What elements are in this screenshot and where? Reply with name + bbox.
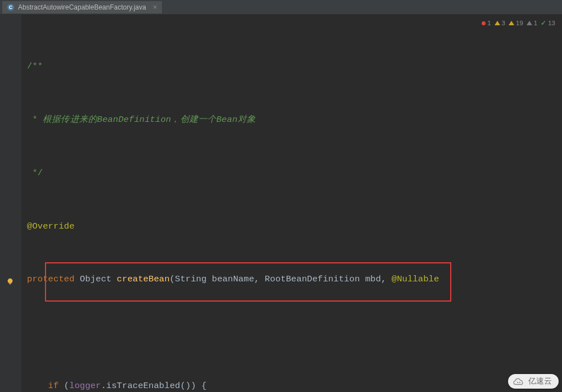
doc-open: /** xyxy=(27,61,43,71)
svg-rect-3 xyxy=(9,283,11,285)
method-name: createBean xyxy=(117,274,170,284)
code-area[interactable]: /** * 根据传进来的BeanDefinition，创建一个Bean对象 */… xyxy=(21,22,562,392)
override-annotation: @Override xyxy=(27,221,75,231)
doc-star: * xyxy=(27,115,43,125)
kw-protected: protected xyxy=(27,274,75,284)
gutter[interactable] xyxy=(0,15,21,392)
watermark-text: 亿速云 xyxy=(528,376,552,386)
intention-bulb-icon[interactable] xyxy=(6,277,15,286)
close-icon[interactable]: × xyxy=(153,3,157,11)
doc-close: */ xyxy=(27,168,43,178)
svg-text:C: C xyxy=(9,4,13,10)
logger-field: logger xyxy=(69,381,101,391)
java-class-icon: C xyxy=(7,3,15,11)
watermark-badge: 亿速云 xyxy=(508,374,559,389)
doc-text: 根据传进来的BeanDefinition，创建一个Bean对象 xyxy=(43,115,256,125)
svg-point-2 xyxy=(8,279,13,284)
svg-point-5 xyxy=(517,382,518,383)
file-tab[interactable]: C AbstractAutowireCapableBeanFactory.jav… xyxy=(2,1,162,13)
cloud-icon xyxy=(513,376,525,386)
code-editor[interactable]: /** * 根据传进来的BeanDefinition，创建一个Bean对象 */… xyxy=(0,15,562,392)
svg-point-4 xyxy=(519,382,520,383)
tab-title: AbstractAutowireCapableBeanFactory.java xyxy=(18,3,146,11)
nullable-annotation: @Nullable xyxy=(392,274,439,284)
editor-tabbar: C AbstractAutowireCapableBeanFactory.jav… xyxy=(0,0,562,15)
